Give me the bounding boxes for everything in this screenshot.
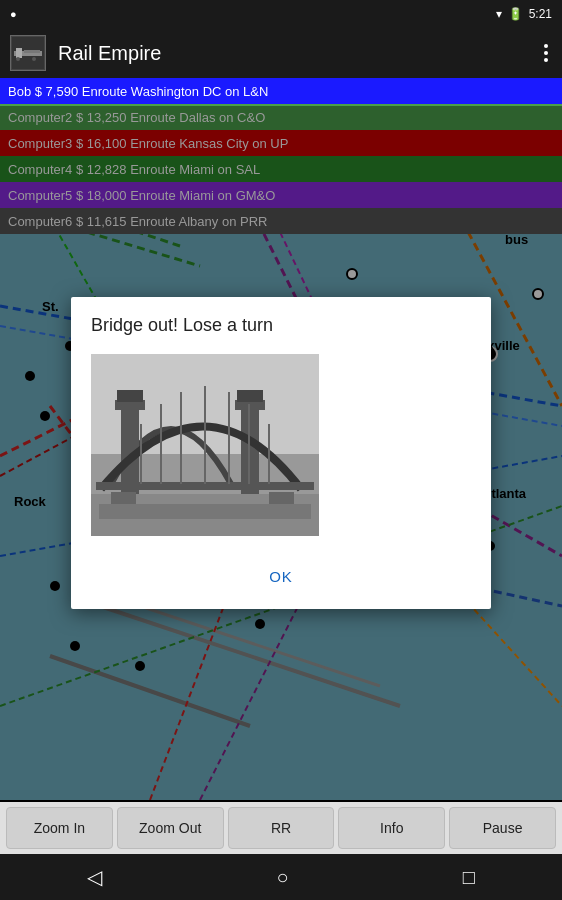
status-bar: ● ▾ 🔋 5:21: [0, 0, 562, 28]
svg-rect-77: [99, 504, 311, 519]
svg-point-5: [32, 57, 36, 61]
dialog-title: Bridge out! Lose a turn: [71, 297, 491, 346]
toolbar-btn-rr[interactable]: RR: [228, 807, 335, 849]
toolbar-btn-zoom-out[interactable]: Zoom Out: [117, 807, 224, 849]
svg-rect-2: [16, 48, 22, 58]
title-bar: Rail Empire: [0, 28, 562, 78]
dialog-ok-area: OK: [71, 544, 491, 609]
navigation-bar: ◁ ○ □: [0, 854, 562, 900]
player-row: Bob $ 7,590 Enroute Washington DC on L&N: [0, 78, 562, 104]
bridge-out-dialog: Bridge out! Lose a turn: [71, 297, 491, 609]
wifi-icon: ▾: [496, 7, 502, 21]
toolbar-btn-info[interactable]: Info: [338, 807, 445, 849]
app-icon: [10, 35, 46, 71]
toolbar-btn-zoom-in[interactable]: Zoom In: [6, 807, 113, 849]
time-display: 5:21: [529, 7, 552, 21]
bridge-image: [91, 354, 319, 536]
svg-point-4: [16, 57, 20, 61]
home-icon[interactable]: ○: [252, 858, 312, 897]
app-title: Rail Empire: [58, 42, 540, 65]
battery-icon: 🔋: [508, 7, 523, 21]
recents-icon[interactable]: □: [439, 858, 499, 897]
toolbar-btn-pause[interactable]: Pause: [449, 807, 556, 849]
svg-rect-66: [237, 390, 263, 402]
dialog-overlay: Bridge out! Lose a turn: [0, 106, 562, 800]
back-icon[interactable]: ◁: [63, 857, 126, 897]
signal-icon: ●: [10, 8, 17, 20]
ok-button[interactable]: OK: [245, 560, 317, 593]
bottom-toolbar: Zoom InZoom OutRRInfoPause: [0, 802, 562, 854]
svg-rect-63: [117, 390, 143, 402]
menu-button[interactable]: [540, 40, 552, 66]
svg-rect-3: [24, 50, 40, 53]
